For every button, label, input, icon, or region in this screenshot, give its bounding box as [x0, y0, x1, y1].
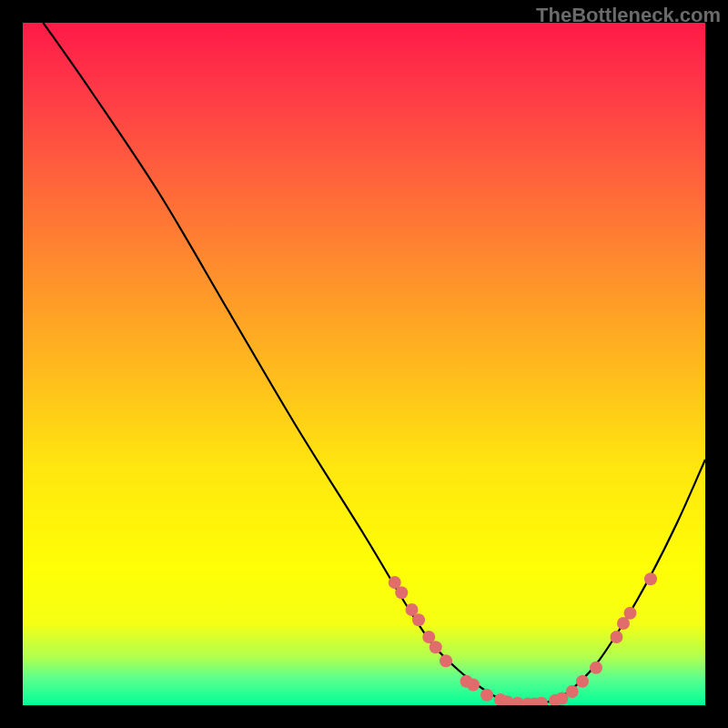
data-marker	[467, 679, 480, 692]
data-marker	[624, 607, 637, 620]
data-marker	[566, 685, 579, 698]
watermark-text: TheBottleneck.com	[536, 4, 721, 27]
data-marker	[590, 662, 602, 674]
curve-svg	[23, 23, 705, 705]
data-marker	[576, 675, 589, 688]
data-marker	[395, 586, 408, 599]
bottleneck-curve-line	[44, 23, 706, 705]
data-markers	[389, 572, 657, 705]
data-marker	[644, 572, 657, 585]
data-marker	[611, 631, 623, 643]
data-marker	[440, 654, 452, 667]
data-marker	[430, 641, 442, 653]
chart-area	[23, 23, 705, 705]
data-marker	[480, 689, 493, 702]
data-marker	[412, 613, 425, 626]
